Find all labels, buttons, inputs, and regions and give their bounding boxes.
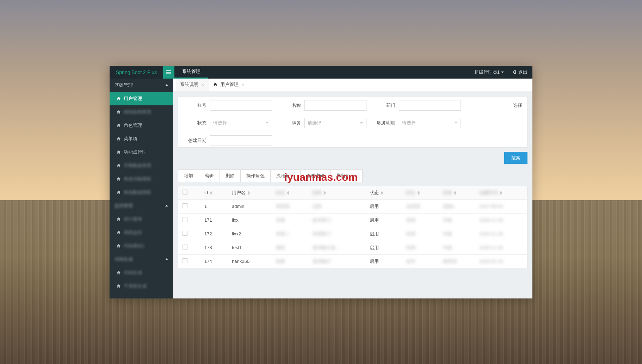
sidebar-item[interactable]: 功能点管理 — [110, 146, 173, 159]
cell-level: 中级 — [439, 213, 475, 227]
table-row[interactable]: 171lixx李某技术部门启用经理中级2018-11-28 — [178, 213, 527, 227]
page-tab-label: 用户管理 — [220, 81, 239, 88]
cell-username: hank250 — [228, 254, 272, 268]
sidebar-item[interactable]: 角色数据授权 — [110, 186, 173, 199]
checkbox-row[interactable] — [183, 245, 187, 249]
content-area: 账号 名称 部门 选择 状态 请选择 — [173, 91, 532, 298]
sidebar-item-label: 代码测试1 — [124, 243, 144, 249]
sidebar-item[interactable]: 子系统生成 — [110, 279, 173, 293]
page-tabs: 系统说明✕用户管理✕ — [173, 79, 532, 91]
logout-button[interactable]: 退出 — [512, 69, 527, 75]
search-form: 账号 名称 部门 选择 状态 请选择 — [178, 96, 527, 148]
checkbox-row[interactable] — [183, 203, 187, 208]
menu-toggle-button[interactable] — [163, 66, 174, 79]
select-status[interactable]: 请选择 — [210, 118, 272, 128]
input-dept[interactable] — [399, 100, 461, 111]
chevron-down-icon — [360, 122, 363, 124]
select-job[interactable]: 请选择 — [304, 118, 366, 128]
top-tabs: 系统管理 — [174, 66, 208, 79]
sidebar-item-label: 功能点管理 — [124, 149, 147, 155]
sidebar-item[interactable]: 角色功能授权 — [110, 172, 173, 186]
home-icon — [117, 137, 121, 141]
cell-job: 总经理 — [402, 199, 439, 213]
toolbar-button[interactable]: 删除 — [220, 169, 241, 182]
checkbox-row[interactable] — [183, 231, 187, 236]
sidebar-item-label: 角色功能授权 — [124, 176, 151, 182]
chevron-down-icon — [454, 122, 458, 124]
sidebar-group[interactable]: 基础管理 — [110, 79, 173, 92]
checkbox-all[interactable] — [183, 190, 187, 195]
page-tab[interactable]: 系统说明✕ — [176, 79, 209, 91]
sort-icon: ▲▼ — [499, 190, 503, 195]
table-row[interactable]: 172lixx2李某二跨境部门启用经理中级2018-11-28 — [178, 227, 527, 241]
page-tab-label: 系统说明 — [180, 81, 198, 88]
sidebar-item[interactable]: 菜单项 — [110, 132, 173, 146]
sidebar-group[interactable]: 代码生成 — [110, 253, 173, 266]
table-row[interactable]: 174hank250韩某贵州银行启用技术程序员2019-02-16 — [178, 254, 527, 268]
input-name[interactable] — [304, 100, 366, 111]
svg-rect-0 — [166, 70, 171, 71]
sidebar-item[interactable]: 组织机构管理 — [110, 105, 173, 119]
checkbox-row[interactable] — [183, 217, 187, 222]
table-header[interactable] — [178, 186, 200, 199]
table-header[interactable]: 创建时间▲▼ — [475, 186, 527, 199]
sort-icon: ▲▼ — [286, 190, 290, 195]
home-icon — [117, 284, 121, 288]
toolbar-button[interactable]: 流程角色 — [270, 169, 301, 182]
toolbar-button[interactable]: 增加 — [178, 169, 199, 182]
table-header[interactable]: id▲▼ — [200, 186, 228, 199]
cell-id: 173 — [200, 241, 228, 254]
home-icon — [117, 271, 121, 275]
sort-icon: ▲▼ — [453, 190, 457, 195]
sidebar-item[interactable]: 系统监控 — [110, 226, 173, 239]
label-job: 职务 — [278, 120, 304, 126]
sidebar-item[interactable]: 用户管理 — [110, 92, 173, 105]
table-header[interactable]: 职级▲▼ — [439, 186, 475, 199]
sidebar: 基础管理用户管理组织机构管理角色管理菜单项功能点管理字典数据管理角色功能授权角色… — [110, 79, 173, 298]
search-button[interactable]: 搜索 — [504, 152, 527, 164]
table-header[interactable]: 状态▲▼ — [365, 186, 402, 199]
user-menu[interactable]: 超级管理员1 — [474, 69, 504, 75]
sidebar-item[interactable]: 审计查询 — [110, 212, 173, 226]
select-link[interactable]: 选择 — [513, 100, 522, 109]
cell-level: 中级 — [439, 241, 475, 254]
cell-job: 技术 — [402, 254, 439, 268]
top-tab-system[interactable]: 系统管理 — [174, 66, 208, 79]
table-header[interactable]: 职位▲▼ — [402, 186, 439, 199]
table-row[interactable]: 1admin管理员总部启用总经理高级12017-09-03 — [178, 199, 527, 213]
cell-job: 经理 — [402, 241, 439, 254]
topbar: Spring Boot 2 Plus 系统管理 超级管理员1 退出 — [110, 66, 532, 79]
table-header[interactable]: 机构▲▼ — [308, 186, 365, 199]
sidebar-item[interactable]: 代码测试1 — [110, 239, 173, 253]
home-icon — [213, 82, 217, 87]
input-create-date[interactable] — [210, 135, 272, 146]
sidebar-item[interactable]: 角色管理 — [110, 119, 173, 132]
table-row[interactable]: 173test1测试贵州银行金...启用经理中级2018-11-28 — [178, 241, 527, 254]
sidebar-group-label: 代码生成 — [115, 256, 133, 263]
page-tab[interactable]: 用户管理✕ — [209, 79, 249, 91]
sidebar-group-label: 基础管理 — [115, 82, 133, 88]
table-header[interactable]: 姓名▲▼ — [272, 186, 308, 199]
input-account[interactable] — [210, 100, 272, 111]
cell-status: 启用 — [365, 241, 402, 254]
cell-level: 中级 — [439, 227, 475, 241]
cell-name: 管理员 — [272, 199, 308, 213]
toolbar-button[interactable]: 导出Excel — [330, 169, 363, 182]
field-status: 状态 请选择 — [183, 118, 272, 128]
close-icon[interactable]: ✕ — [201, 82, 204, 87]
sidebar-item[interactable]: 字典数据管理 — [110, 159, 173, 172]
select-job-detail[interactable]: 请选择 — [399, 118, 461, 128]
cell-status: 启用 — [365, 199, 402, 213]
checkbox-row[interactable] — [183, 258, 187, 263]
cell-name: 李某二 — [272, 227, 308, 241]
hamburger-icon — [166, 70, 171, 75]
sidebar-item[interactable]: 代码生成 — [110, 266, 173, 279]
main-area: 系统说明✕用户管理✕ 账号 名称 部门 选择 — [173, 79, 532, 298]
sidebar-item-label: 组织机构管理 — [124, 109, 151, 115]
sidebar-group[interactable]: 监控管理 — [110, 199, 173, 212]
toolbar-button[interactable]: 操作角色 — [240, 169, 271, 182]
toolbar-button[interactable]: 修改密码 — [300, 169, 331, 182]
close-icon[interactable]: ✕ — [241, 82, 245, 87]
toolbar-button[interactable]: 编辑 — [199, 169, 220, 182]
table-header[interactable]: 用户名▲▼ — [228, 186, 272, 199]
